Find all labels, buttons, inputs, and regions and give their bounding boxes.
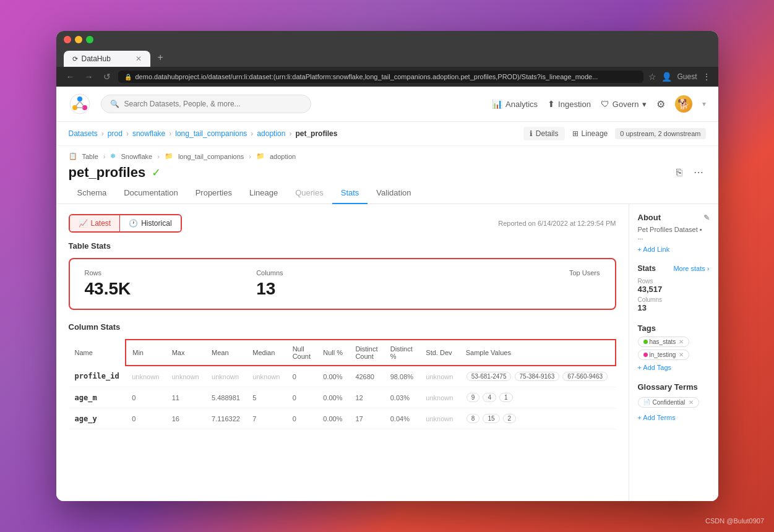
ingestion-icon: ⬆ <box>548 99 555 109</box>
glossary-terms-list: 📄 Confidential ✕ <box>638 395 710 410</box>
sample-tag: 75-384-9163 <box>515 372 560 381</box>
traffic-light-yellow[interactable] <box>75 36 82 43</box>
watermark: CSDN @Bulut0907 <box>705 517 764 525</box>
breadcrumb-long-tail[interactable]: long_tail_companions <box>175 129 247 138</box>
col-header-distinct-pct: Distinct% <box>384 340 420 366</box>
sample-tag: 4 <box>483 393 496 402</box>
breadcrumb-datasets[interactable]: Datasets <box>69 129 98 138</box>
refresh-button[interactable]: ↺ <box>101 71 113 83</box>
historical-button[interactable]: 🕐 Historical <box>119 215 180 231</box>
rows-label: Rows <box>85 269 257 277</box>
profile-icon[interactable]: 👤 <box>661 72 672 82</box>
tab-queries: Queries <box>286 182 332 204</box>
column-stats-table: Name Min Max Mean Median NullCount Null … <box>69 339 616 429</box>
back-button[interactable]: ← <box>64 71 77 83</box>
sidebar-columns-value: 13 <box>638 303 710 312</box>
sample-tag: 8 <box>467 414 480 423</box>
table-stats-title: Table Stats <box>69 241 616 251</box>
breadcrumb-snowflake[interactable]: snowflake <box>132 129 165 138</box>
add-link-button[interactable]: + Add Link <box>638 246 710 253</box>
lineage-icon: ⊞ <box>572 129 578 138</box>
settings-icon[interactable]: ⚙ <box>656 98 665 110</box>
dataset-meta: 📋 Table › ❄ Snowflake › 📁 long_tail_comp… <box>69 152 706 160</box>
tag-has-stats: has_stats ✕ <box>638 337 690 347</box>
address-bar[interactable]: 🔒 demo.datahubproject.io/dataset/urn:li:… <box>118 71 644 83</box>
copy-icon[interactable]: ⎘ <box>674 165 685 181</box>
tab-properties[interactable]: Properties <box>187 182 241 204</box>
col-header-median: Median <box>246 340 286 366</box>
tab-validation[interactable]: Validation <box>368 182 419 204</box>
tag-remove-icon[interactable]: ✕ <box>679 351 684 358</box>
edit-icon[interactable]: ✎ <box>703 213 710 222</box>
tab-lineage[interactable]: Lineage <box>241 182 286 204</box>
table-icon: 📋 <box>69 152 77 160</box>
govern-icon: 🛡 <box>601 99 609 109</box>
lineage-label: Lineage <box>582 129 608 138</box>
govern-nav-item[interactable]: 🛡 Govern ▾ <box>601 99 647 109</box>
sidebar-glossary-section: Glossary Terms 📄 Confidential ✕ + Add Te… <box>638 382 710 421</box>
analytics-nav-item[interactable]: 📊 Analytics <box>492 99 538 109</box>
col-header-null-count: NullCount <box>286 340 317 366</box>
snowflake-icon: ❄ <box>110 152 116 160</box>
ingestion-nav-item[interactable]: ⬆ Ingestion <box>548 99 591 109</box>
latest-label: Latest <box>91 219 111 228</box>
more-options-icon[interactable]: ⋯ <box>691 164 706 181</box>
browser-tab[interactable]: ⟳ DataHub ✕ <box>64 51 150 67</box>
traffic-light-red[interactable] <box>64 36 71 43</box>
tab-stats[interactable]: Stats <box>332 182 368 204</box>
tab-favicon: ⟳ <box>72 55 78 63</box>
table-stats-box: Rows 43.5K Columns 13 Top Users <box>69 258 616 310</box>
columns-label: Columns <box>256 269 428 277</box>
tab-close-icon[interactable]: ✕ <box>135 54 142 63</box>
menu-icon[interactable]: ⋮ <box>702 72 711 82</box>
table-row: age_y 0 16 7.116322 7 0 0.00% 17 0.04% u… <box>69 408 616 429</box>
breadcrumb-prod[interactable]: prod <box>108 129 123 138</box>
more-stats-link[interactable]: More stats › <box>673 265 709 272</box>
col-header-name: Name <box>69 340 126 366</box>
meta-platform: Snowflake <box>121 153 152 160</box>
search-input[interactable] <box>124 100 302 108</box>
add-tags-button[interactable]: + Add Tags <box>638 364 710 371</box>
lineage-button[interactable]: ⊞ Lineage <box>572 129 608 138</box>
svg-line-4 <box>80 101 84 106</box>
table-row: profile_id unknown unknown unknown unkno… <box>69 366 616 387</box>
right-sidebar: About ✎ Pet Profiles Dataset • ... + Add… <box>629 204 718 501</box>
col-header-mean: Mean <box>205 340 246 366</box>
stat-columns: Columns 13 <box>256 269 428 299</box>
tags-list: has_stats ✕ in_testing ✕ <box>638 337 710 360</box>
rows-value: 43.5K <box>85 279 257 299</box>
bookmark-icon[interactable]: ☆ <box>648 72 656 82</box>
search-bar[interactable]: 🔍 <box>101 95 311 113</box>
breadcrumb-adoption[interactable]: adoption <box>257 129 285 138</box>
col-name-age-m: age_m <box>75 393 97 402</box>
col-header-std-dev: Std. Dev <box>419 340 459 366</box>
about-description: Pet Profiles Dataset • ... <box>638 226 710 241</box>
top-users-label: Top Users <box>428 269 600 277</box>
search-icon: 🔍 <box>110 100 119 108</box>
stat-rows: Rows 43.5K <box>85 269 257 299</box>
url-text: demo.datahubproject.io/dataset/urn:li:da… <box>135 73 598 80</box>
stat-top-users: Top Users <box>428 269 600 279</box>
tag-remove-icon[interactable]: ✕ <box>679 338 684 345</box>
tag-in-testing: in_testing ✕ <box>638 350 690 360</box>
tabs-bar: Schema Documentation Properties Lineage … <box>56 182 718 204</box>
latest-button[interactable]: 📈 Latest <box>70 215 120 231</box>
tab-schema[interactable]: Schema <box>69 182 116 204</box>
traffic-light-green[interactable] <box>86 36 93 43</box>
sidebar-tags-section: Tags has_stats ✕ in_testing ✕ <box>638 324 710 371</box>
about-title: About <box>638 213 661 222</box>
add-terms-button[interactable]: + Add Terms <box>638 414 710 421</box>
avatar[interactable]: 🐕 <box>675 95 692 113</box>
col-header-null-pct: Null % <box>317 340 349 366</box>
term-remove-icon[interactable]: ✕ <box>689 399 694 406</box>
glossary-term-confidential: 📄 Confidential ✕ <box>638 397 700 408</box>
forward-button[interactable]: → <box>82 71 96 83</box>
details-button[interactable]: ℹ Details <box>523 127 565 140</box>
new-tab-button[interactable]: + <box>152 48 170 67</box>
verified-icon: ✓ <box>152 166 161 179</box>
details-label: Details <box>536 129 559 138</box>
sample-tag: 1 <box>499 393 513 402</box>
chart-icon: 📈 <box>79 219 88 228</box>
upstream-badge: 0 upstream, 2 downstream <box>615 128 705 139</box>
tab-documentation[interactable]: Documentation <box>115 182 186 204</box>
